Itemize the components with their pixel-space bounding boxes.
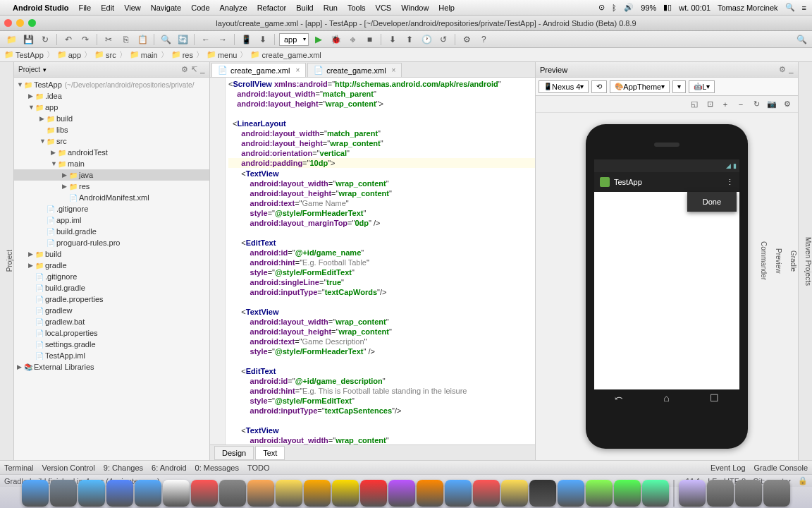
run-button[interactable]: ▶ <box>312 33 326 46</box>
tree-item[interactable]: 📄TestApp.iml <box>14 350 209 361</box>
tree-item[interactable]: ▶📁build <box>14 113 209 124</box>
dock-app-0[interactable] <box>22 480 49 507</box>
tree-item[interactable]: 📄AndroidManifest.xml <box>14 192 209 203</box>
menu-file[interactable]: File <box>78 4 91 12</box>
tree-item[interactable]: ▶📁res <box>14 181 209 192</box>
tree-item[interactable]: 📄gradlew.bat <box>14 316 209 327</box>
crumb-1[interactable]: 📁 app <box>57 50 81 59</box>
dock-app-12[interactable] <box>360 480 387 507</box>
tree-item[interactable]: ▼📁TestApp(~/Developer/android/repositori… <box>14 79 209 90</box>
menu-window[interactable]: Window <box>401 4 429 12</box>
search-everywhere-button[interactable]: 🔍 <box>795 33 808 46</box>
bluetooth-icon[interactable]: ᛒ <box>612 4 617 12</box>
menu-help[interactable]: Help <box>438 4 455 12</box>
menu-vcs[interactable]: VCS <box>376 4 392 12</box>
dock-app-10[interactable] <box>304 480 331 507</box>
tree-item[interactable]: ▶📁gradle <box>14 260 209 271</box>
tree-item[interactable]: ▶📁build <box>14 248 209 260</box>
crumb-5[interactable]: 📁 menu <box>207 50 238 59</box>
preview-settings-icon[interactable]: ⚙ <box>781 98 794 111</box>
tree-item[interactable]: ▶📚External Libraries <box>14 361 209 373</box>
tree-item[interactable]: ▶📁java <box>14 169 209 181</box>
menu-edit[interactable]: Edit <box>101 4 114 12</box>
dock-app-24[interactable] <box>707 480 734 507</box>
battery-icon[interactable]: ▮▯ <box>663 3 672 12</box>
undo-button[interactable]: ↶ <box>61 33 75 46</box>
dock-app-8[interactable] <box>247 480 274 507</box>
minimize-window-button[interactable] <box>16 19 24 27</box>
tree-item[interactable]: 📁libs <box>14 124 209 135</box>
rail-maven-projects[interactable]: Maven Projects <box>804 237 812 286</box>
rail-commander[interactable]: Commander <box>760 241 768 280</box>
zoom-out-icon[interactable]: − <box>734 98 747 111</box>
dock-app-4[interactable] <box>135 480 161 507</box>
dock-app-15[interactable] <box>445 480 472 507</box>
tree-item[interactable]: ▶📁.idea <box>14 90 209 102</box>
zoom-in-icon[interactable]: + <box>719 98 732 111</box>
tree-item[interactable]: ▶📁androidTest <box>14 147 209 158</box>
paste-button[interactable]: 📋 <box>135 33 149 46</box>
app-name[interactable]: Android Studio <box>13 4 68 12</box>
clock[interactable]: wt. 00:01 <box>679 4 710 12</box>
tree-item[interactable]: 📄.gitignore <box>14 203 209 214</box>
view-tab-text[interactable]: Text <box>255 446 285 460</box>
close-icon[interactable]: × <box>392 66 396 74</box>
dock-app-21[interactable] <box>614 480 641 507</box>
zoom-actual-icon[interactable]: ⊡ <box>703 98 716 111</box>
dock-app-16[interactable] <box>473 480 500 507</box>
tree-item[interactable]: 📄settings.gradle <box>14 339 209 350</box>
dock-app-26[interactable] <box>763 480 790 507</box>
tree-item[interactable]: 📄build.gradle <box>14 226 209 237</box>
editor-tab[interactable]: 📄create_game.xml× <box>307 63 402 77</box>
tree-item[interactable]: ▼📁src <box>14 135 209 147</box>
tree-item[interactable]: 📄gradlew <box>14 305 209 316</box>
dock-app-22[interactable] <box>642 480 669 507</box>
view-tab-design[interactable]: Design <box>214 446 254 460</box>
settings-button[interactable]: ⚙ <box>460 33 474 46</box>
preview-hide-icon[interactable]: ⎯ <box>789 65 794 74</box>
dock-app-14[interactable] <box>417 480 443 507</box>
crumb-6[interactable]: 📁 create_game.xml <box>250 50 321 59</box>
crumb-2[interactable]: 📁 src <box>94 50 116 59</box>
dock-app-18[interactable] <box>529 480 556 507</box>
dock-app-11[interactable] <box>332 480 359 507</box>
help-button[interactable]: ? <box>476 33 491 46</box>
menu-navigate[interactable]: Navigate <box>151 4 181 12</box>
vcs-history-button[interactable]: 🕐 <box>419 33 433 46</box>
notifications-icon[interactable]: ≡ <box>802 4 806 12</box>
locale-combo[interactable]: 🤖 L ▾ <box>689 80 715 93</box>
crumb-4[interactable]: 📁 res <box>171 50 193 59</box>
tree-item[interactable]: 📄local.properties <box>14 327 209 339</box>
dock-app-17[interactable] <box>501 480 528 507</box>
menu-code[interactable]: Code <box>191 4 209 12</box>
wifi-icon[interactable]: ⊙ <box>598 3 605 12</box>
dock-app-1[interactable] <box>50 480 77 507</box>
dock-app-23[interactable] <box>679 480 706 507</box>
crumb-0[interactable]: 📁 TestApp <box>4 50 44 59</box>
cut-button[interactable]: ✂ <box>102 33 116 46</box>
tree-item[interactable]: 📄proguard-rules.pro <box>14 237 209 248</box>
project-collapse-icon[interactable]: ↸ <box>191 65 197 74</box>
screenshot-icon[interactable]: 📷 <box>765 98 778 111</box>
tree-item[interactable]: 📄app.iml <box>14 214 209 226</box>
dock-app-13[interactable] <box>388 480 415 507</box>
close-icon[interactable]: × <box>295 66 300 74</box>
menu-run[interactable]: Run <box>324 4 338 12</box>
rail-preview[interactable]: Preview <box>775 248 782 274</box>
back-button[interactable]: ← <box>199 33 213 46</box>
device-combo[interactable]: 📱 Nexus 4 ▾ <box>539 80 589 93</box>
attach-button[interactable]: ⎆ <box>345 33 359 46</box>
dock-app-2[interactable] <box>78 480 105 507</box>
refresh-icon[interactable]: ↻ <box>750 98 763 111</box>
code-editor[interactable]: <ScrollView xmlns:android="http://schema… <box>226 78 535 445</box>
zoom-fit-icon[interactable]: ◱ <box>688 98 701 111</box>
sync-button[interactable]: ↻ <box>38 33 52 46</box>
dock-app-25[interactable] <box>735 480 762 507</box>
save-button[interactable]: 💾 <box>21 33 35 46</box>
theme-combo[interactable]: 🎨 AppTheme ▾ <box>610 80 670 93</box>
sdk-button[interactable]: ⬇ <box>256 33 270 46</box>
crumb-3[interactable]: 📁 main <box>130 50 158 59</box>
project-settings-icon[interactable]: ⚙ <box>181 65 188 74</box>
vcs-revert-button[interactable]: ↺ <box>436 33 450 46</box>
activity-combo[interactable]: ▾ <box>672 80 686 93</box>
